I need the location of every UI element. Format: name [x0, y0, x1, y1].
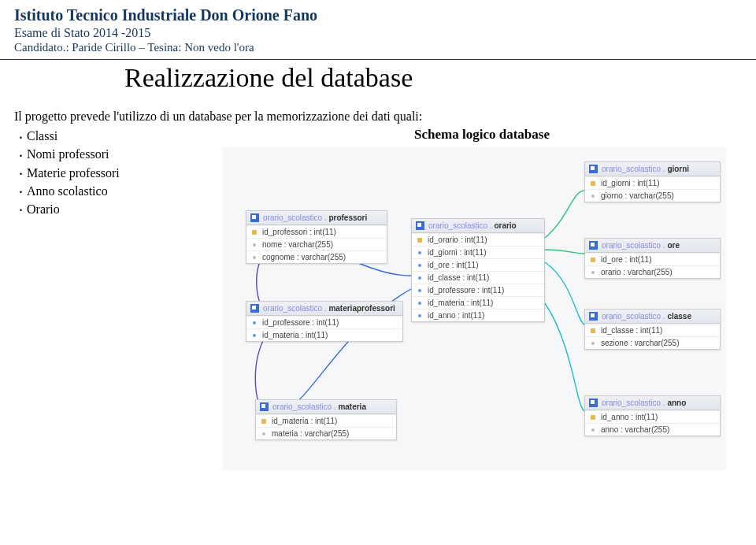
table-icon — [589, 241, 598, 250]
table-column: id_ore : int(11) — [585, 253, 720, 265]
bullet-item: Orario — [19, 200, 203, 218]
bullet-list: Classi Nomi professori Materie professor… — [14, 127, 203, 218]
table-column: id_professore : int(11) — [246, 316, 402, 328]
table-icon — [260, 402, 269, 411]
table-column: id_professori : int(11) — [246, 225, 387, 238]
bullet-item: Nomi professori — [19, 145, 203, 163]
table-column: id_materia : int(11) — [412, 296, 544, 309]
slide-body: Realizzazione del database Il progetto p… — [0, 63, 756, 470]
db-schema-diagram: orario_scolastico . giorni id_giorni : i… — [222, 147, 726, 470]
table-icon — [250, 304, 259, 313]
table-column: id_materia : int(11) — [246, 328, 402, 341]
table-column: id_classe : int(11) — [412, 271, 544, 284]
table-professori: orario_scolastico . professori id_profes… — [246, 210, 387, 264]
table-giorni: orario_scolastico . giorni id_giorni : i… — [584, 161, 721, 202]
table-header: orario_scolastico . classe — [585, 310, 720, 324]
schema-column: Schema logico database — [222, 127, 742, 470]
table-column: id_professore : int(11) — [412, 284, 544, 296]
slide-title: Realizzazione del database — [124, 63, 742, 93]
table-materiaprofessori: orario_scolastico . materiaprofessori id… — [246, 301, 403, 342]
table-column: id_orario : int(11) — [412, 233, 544, 246]
table-header: orario_scolastico . anno — [585, 396, 720, 410]
table-header: orario_scolastico . materiaprofessori — [246, 302, 402, 316]
bullets-column: Classi Nomi professori Materie professor… — [14, 127, 203, 218]
candidate-line: Candidato.: Paride Cirillo – Tesina: Non… — [14, 41, 742, 54]
table-header: orario_scolastico . orario — [412, 219, 544, 233]
table-column: id_giorni : int(11) — [585, 176, 720, 189]
table-icon — [416, 221, 424, 230]
bullet-item: Classi — [19, 127, 203, 145]
table-icon — [589, 399, 598, 407]
table-header: orario_scolastico . ore — [585, 239, 720, 253]
institute-title: Istituto Tecnico Industriale Don Orione … — [14, 6, 742, 24]
table-column: id_materia : int(11) — [256, 414, 396, 427]
bullet-item: Anno scolastico — [19, 182, 203, 200]
table-classe: orario_scolastico . classe id_classe : i… — [584, 309, 721, 350]
table-ore: orario_scolastico . ore id_ore : int(11)… — [584, 238, 721, 279]
table-column: id_anno : int(11) — [412, 309, 544, 321]
table-column: orario : varchar(255) — [585, 265, 720, 278]
table-column: sezione : varchar(255) — [585, 336, 720, 349]
table-header: orario_scolastico . materia — [256, 400, 396, 414]
table-header: orario_scolastico . giorni — [585, 162, 720, 176]
table-header: orario_scolastico . professori — [246, 211, 387, 225]
exam-year: Esame di Stato 2014 -2015 — [14, 26, 742, 40]
table-orario: orario_scolastico . orario id_orario : i… — [411, 218, 545, 322]
table-icon — [589, 165, 598, 173]
table-column: id_giorni : int(11) — [412, 246, 544, 258]
table-column: id_classe : int(11) — [585, 324, 720, 336]
table-anno: orario_scolastico . anno id_anno : int(1… — [584, 395, 721, 436]
table-icon — [589, 312, 598, 321]
schema-title: Schema logico database — [222, 127, 742, 143]
table-column: anno : varchar(255) — [585, 423, 720, 436]
bullet-item: Materie professori — [19, 164, 203, 182]
intro-text: Il progetto prevede l'utilizzo di un dat… — [14, 107, 742, 125]
table-column: giorno : varchar(255) — [585, 189, 720, 202]
table-materia: orario_scolastico . materia id_materia :… — [255, 399, 397, 440]
table-icon — [250, 213, 259, 222]
table-column: id_ore : int(11) — [412, 258, 544, 271]
table-column: cognome : varchar(255) — [246, 250, 387, 263]
table-column: id_anno : int(11) — [585, 410, 720, 423]
table-column: nome : varchar(255) — [246, 238, 387, 250]
content-row: Classi Nomi professori Materie professor… — [14, 127, 742, 470]
document-header: Istituto Tecnico Industriale Don Orione … — [0, 0, 756, 60]
table-column: materia : varchar(255) — [256, 427, 396, 439]
